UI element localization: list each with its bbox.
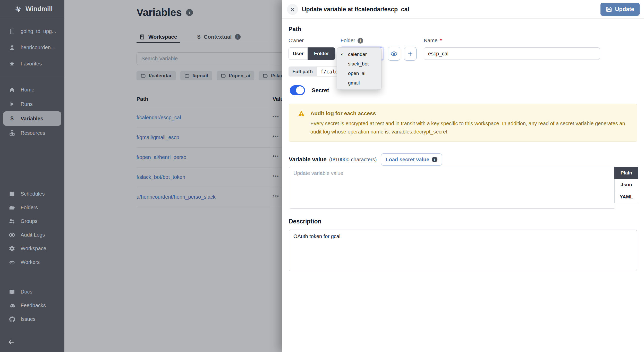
secret-row: Secret	[290, 85, 329, 95]
plus-icon	[407, 50, 414, 57]
sidebar-item-favorites[interactable]: Favorites	[0, 56, 64, 72]
dropdown-option-calendar[interactable]: ✓ calendar	[337, 49, 381, 59]
drawer-title: Update variable at f/calendar/escp_cal	[302, 0, 409, 19]
info-icon[interactable]: i	[358, 38, 363, 44]
sidebar-item-runs[interactable]: Runs	[0, 97, 64, 111]
format-tab-json[interactable]: Json	[614, 179, 638, 191]
star-icon	[9, 61, 15, 67]
issues-label: Issues	[21, 316, 36, 322]
name-label: Name *	[424, 38, 442, 44]
eye-icon	[391, 50, 397, 57]
dropdown-option-slack-bot[interactable]: slack_bot	[337, 59, 381, 69]
required-mark: *	[440, 38, 442, 44]
description-textarea[interactable]: OAuth token for gcal	[289, 230, 637, 271]
folder-dropdown-menu: ✓ calendar slack_bot open_ai gmail	[337, 47, 382, 90]
variables-label: Variables	[21, 116, 43, 122]
favorites-label: Favorites	[21, 61, 42, 67]
folders-label: Folders	[21, 205, 38, 211]
eye-icon	[9, 232, 15, 238]
variable-value-textarea[interactable]	[289, 167, 614, 209]
format-tab-plain[interactable]: Plain	[614, 167, 638, 179]
owner-folder-option[interactable]: Folder	[308, 47, 335, 60]
owner-user-option[interactable]: User	[289, 47, 308, 60]
windmill-logo-icon	[14, 5, 22, 13]
folder-label: Folder i	[341, 38, 363, 44]
audit-notice: Audit log for each access Every secret i…	[289, 104, 637, 142]
sidebar-item-folders[interactable]: Folders	[0, 201, 64, 214]
sidebar-item-variables[interactable]: $ Variables	[3, 111, 61, 126]
calendar-icon	[9, 191, 15, 197]
sidebar-item-docs[interactable]: Docs	[0, 285, 64, 299]
sidebar-item-resources[interactable]: Resources	[0, 126, 64, 140]
sidebar-item-schedules[interactable]: Schedules	[0, 187, 64, 201]
collapse-sidebar-button[interactable]	[6, 337, 17, 348]
dropdown-option-gmail[interactable]: gmail	[337, 78, 381, 88]
folder-open-icon	[9, 204, 15, 211]
drawer-header: Update variable at f/calendar/escp_cal U…	[282, 0, 644, 19]
sidebar-item-feedbacks[interactable]: Feedbacks	[0, 299, 64, 312]
sidebar-item-groups[interactable]: Groups	[0, 214, 64, 228]
brand: Windmill	[0, 0, 64, 18]
warning-icon	[298, 110, 305, 117]
dollar-icon: $	[9, 116, 15, 121]
robot-icon	[9, 259, 15, 266]
docs-label: Docs	[21, 289, 32, 295]
info-icon: i	[432, 157, 437, 162]
toggle-knob	[296, 86, 304, 94]
sidebar-item-workspace[interactable]: Workspace	[0, 242, 64, 255]
users-gear-icon	[9, 218, 15, 225]
update-variable-drawer: Update variable at f/calendar/escp_cal U…	[282, 0, 644, 352]
workers-label: Workers	[21, 259, 40, 265]
user-label: henricourden...	[21, 45, 55, 51]
sidebar-divider	[0, 332, 64, 332]
discord-icon	[9, 302, 15, 309]
feedbacks-label: Feedbacks	[21, 303, 46, 308]
name-input[interactable]	[424, 47, 600, 60]
groups-label: Groups	[21, 218, 38, 224]
app-root: Windmill going_to_upg... henricourden...…	[0, 0, 644, 352]
secret-toggle[interactable]	[290, 85, 305, 95]
format-tab-yaml[interactable]: YAML	[614, 191, 638, 203]
user-icon	[9, 44, 15, 51]
load-secret-value-button[interactable]: Load secret value i	[381, 153, 442, 166]
update-button-label: Update	[615, 6, 634, 13]
arrow-left-icon	[7, 338, 15, 346]
add-folder-button[interactable]	[404, 47, 417, 61]
book-icon	[9, 289, 15, 295]
sidebar: Windmill going_to_upg... henricourden...…	[0, 0, 64, 352]
update-button[interactable]: Update	[600, 3, 640, 16]
github-icon	[9, 316, 15, 323]
full-path-label: Full path	[289, 66, 317, 77]
home-icon	[9, 87, 15, 93]
variable-value-heading: Variable value	[289, 156, 327, 163]
format-tabs: Plain Json YAML	[614, 167, 638, 203]
secret-label: Secret	[312, 87, 329, 94]
audit-notice-title: Audit log for each access	[310, 110, 376, 116]
brand-name: Windmill	[26, 5, 53, 13]
workspace-switcher-label: going_to_upg...	[21, 28, 56, 34]
variable-value-header: Variable value (0/10000 characters) Load…	[289, 153, 442, 166]
sidebar-divider	[0, 77, 64, 77]
path-section-heading: Path	[289, 26, 301, 33]
home-label: Home	[21, 87, 34, 93]
schedules-label: Schedules	[21, 191, 45, 197]
sidebar-item-home[interactable]: Home	[0, 82, 64, 97]
owner-label: Owner	[289, 38, 304, 44]
gear-icon	[9, 245, 15, 252]
runs-label: Runs	[21, 101, 33, 107]
owner-kind-toggle: User Folder	[289, 47, 335, 60]
check-icon: ✓	[341, 52, 344, 57]
sidebar-item-workers[interactable]: Workers	[0, 255, 64, 269]
workspace-label: Workspace	[21, 246, 46, 252]
save-icon	[606, 6, 612, 12]
sidebar-item-issues[interactable]: Issues	[0, 312, 64, 326]
dropdown-option-open-ai[interactable]: open_ai	[337, 69, 381, 78]
audit-notice-body: Every secret is encrypted at rest and in…	[310, 119, 635, 136]
close-button[interactable]	[287, 4, 298, 15]
sidebar-item-user[interactable]: henricourden...	[0, 39, 64, 56]
play-icon	[9, 101, 15, 107]
sidebar-item-audit-logs[interactable]: Audit Logs	[0, 228, 64, 242]
sidebar-item-workspace-switcher[interactable]: going_to_upg...	[0, 23, 64, 39]
audit-logs-label: Audit Logs	[21, 232, 45, 238]
view-folder-button[interactable]	[388, 47, 400, 61]
